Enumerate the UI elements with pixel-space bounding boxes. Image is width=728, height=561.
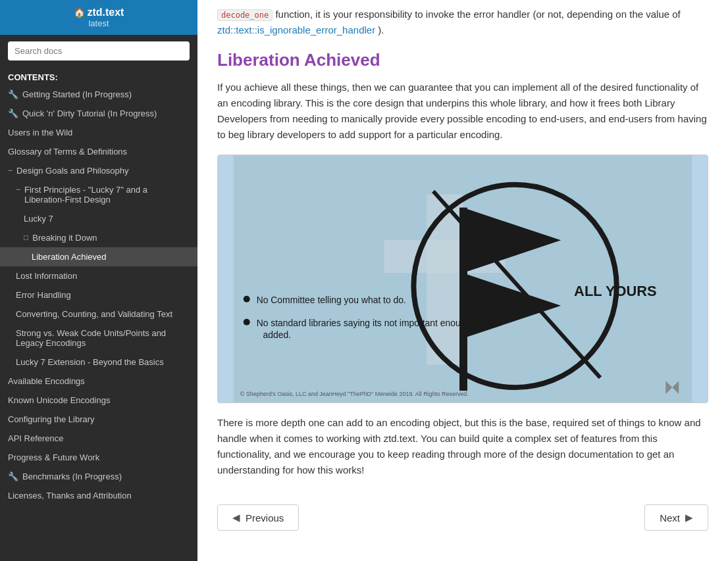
nav-item-label: Lucky 7 bbox=[24, 214, 53, 224]
sidebar-item-configuring-library[interactable]: Configuring the Library bbox=[0, 410, 197, 429]
error-handler-link[interactable]: ztd::text::is_ignorable_error_handler bbox=[217, 24, 375, 36]
closing-paren: ). bbox=[378, 24, 384, 36]
nav-item-label: Breaking it Down bbox=[32, 233, 97, 243]
sidebar-item-glossary[interactable]: Glossary of Terms & Definitions bbox=[0, 142, 197, 161]
nav-item-label: First Principles - "Lucky 7" and a Liber… bbox=[24, 185, 190, 205]
search-container bbox=[0, 35, 197, 67]
prev-label: Previous bbox=[246, 512, 284, 524]
nav-item-label: Quick 'n' Dirty Tutorial (In Progress) bbox=[22, 109, 157, 118]
sidebar-item-getting-started[interactable]: 🔧 Getting Started (In Progress) bbox=[0, 85, 197, 104]
sidebar-item-lucky-7[interactable]: Lucky 7 bbox=[0, 209, 197, 228]
liberation-image: ALL YOURS No Committee telling you what … bbox=[217, 155, 708, 403]
nav-item-label: Available Encodings bbox=[8, 376, 85, 386]
sidebar-item-error-handling[interactable]: Error Handling bbox=[0, 285, 197, 305]
previous-button[interactable]: ◀ Previous bbox=[217, 504, 299, 531]
nav-item-label: Users in the Wild bbox=[8, 128, 72, 137]
svg-point-9 bbox=[244, 296, 250, 303]
arrow-left-icon: ◀ bbox=[232, 512, 240, 524]
nav-item-label: Glossary of Terms & Definitions bbox=[8, 147, 127, 157]
nav-item-label: Getting Started (In Progress) bbox=[22, 89, 132, 99]
section-heading: Liberation Achieved bbox=[217, 50, 708, 70]
nav-footer: ◀ Previous Next ▶ bbox=[217, 498, 708, 531]
next-button[interactable]: Next ▶ bbox=[644, 504, 708, 531]
sidebar-item-strong-weak[interactable]: Strong vs. Weak Code Units/Points and Le… bbox=[0, 324, 197, 353]
sidebar-item-first-principles[interactable]: − First Principles - "Lucky 7" and a Lib… bbox=[0, 180, 197, 209]
svg-text:No standard libraries saying i: No standard libraries saying its not imp… bbox=[257, 318, 494, 328]
sidebar-subtitle: latest bbox=[8, 18, 190, 28]
main-content: decode_one function, it is your responsi… bbox=[197, 0, 728, 561]
wrench-icon: 🔧 bbox=[8, 109, 18, 118]
nav-item-label: Lucky 7 Extension - Beyond the Basics bbox=[16, 357, 164, 367]
nav-item-label: Design Goals and Philosophy bbox=[16, 166, 129, 176]
nav-item-label: Configuring the Library bbox=[8, 414, 95, 424]
content-top: decode_one function, it is your responsi… bbox=[217, 0, 708, 531]
sidebar-item-benchmarks[interactable]: 🔧 Benchmarks (In Progress) bbox=[0, 467, 197, 486]
sidebar-item-known-unicode[interactable]: Known Unicode Encodings bbox=[0, 391, 197, 410]
sidebar-item-quick-tutorial[interactable]: 🔧 Quick 'n' Dirty Tutorial (In Progress) bbox=[0, 104, 197, 123]
svg-text:No Committee telling you what : No Committee telling you what to do. bbox=[257, 295, 406, 305]
arrow-right-icon: ▶ bbox=[685, 512, 693, 524]
toggle-open-icon: − bbox=[16, 185, 20, 194]
sidebar-item-breaking-down[interactable]: □ Breaking it Down bbox=[0, 228, 197, 247]
sidebar-item-available-encodings[interactable]: Available Encodings bbox=[0, 372, 197, 391]
nav-item-label: Strong vs. Weak Code Units/Points and Le… bbox=[16, 328, 190, 348]
intro-paragraph: decode_one function, it is your responsi… bbox=[217, 7, 708, 38]
wrench-icon: 🔧 bbox=[8, 472, 18, 481]
toggle-closed-icon: □ bbox=[24, 233, 28, 242]
svg-rect-6 bbox=[459, 208, 467, 391]
nav-item-label: Benchmarks (In Progress) bbox=[22, 472, 122, 481]
para1: If you achieve all these things, then we… bbox=[217, 80, 708, 143]
liberation-svg: ALL YOURS No Committee telling you what … bbox=[218, 155, 708, 402]
sidebar-title: ztd.text bbox=[87, 7, 124, 18]
search-input[interactable] bbox=[8, 41, 190, 61]
para2: There is more depth one can add to an en… bbox=[217, 415, 708, 478]
sidebar-item-api-reference[interactable]: API Reference bbox=[0, 429, 197, 448]
sidebar-item-licenses[interactable]: Licenses, Thanks and Attribution bbox=[0, 486, 197, 505]
decode-one-code: decode_one bbox=[217, 9, 273, 21]
sidebar-item-design-goals[interactable]: − Design Goals and Philosophy bbox=[0, 161, 197, 180]
nav-item-label: Converting, Counting, and Validating Tex… bbox=[16, 309, 172, 319]
nav-item-label: API Reference bbox=[8, 433, 64, 443]
nav-item-label: Lost Information bbox=[16, 271, 77, 281]
sidebar-header: 🏠 ztd.text latest bbox=[0, 0, 197, 35]
nav-list: 🔧 Getting Started (In Progress)🔧 Quick '… bbox=[0, 85, 197, 505]
sidebar-item-lucky-extension[interactable]: Lucky 7 Extension - Beyond the Basics bbox=[0, 353, 197, 372]
nav-item-label: Known Unicode Encodings bbox=[8, 395, 110, 405]
intro-text: function, it is your responsibility to i… bbox=[275, 9, 680, 20]
svg-text:added.: added. bbox=[263, 329, 292, 340]
toggle-open-icon: − bbox=[8, 166, 13, 175]
sidebar-item-converting-counting[interactable]: Converting, Counting, and Validating Tex… bbox=[0, 305, 197, 324]
sidebar-item-lost-information[interactable]: Lost Information bbox=[0, 266, 197, 285]
home-icon: 🏠 ztd.text bbox=[8, 7, 190, 18]
nav-item-label: Licenses, Thanks and Attribution bbox=[8, 491, 132, 500]
svg-text:© Shepherd's Oasis, LLC and Je: © Shepherd's Oasis, LLC and JeanHeyd "Th… bbox=[240, 391, 469, 397]
nav-item-label: Error Handling bbox=[16, 290, 71, 300]
nav-item-label: Progress & Future Work bbox=[8, 452, 99, 462]
wrench-icon: 🔧 bbox=[8, 89, 18, 99]
svg-point-11 bbox=[244, 319, 250, 326]
nav-item-label: Liberation Achieved bbox=[32, 252, 106, 262]
sidebar: 🏠 ztd.text latest CONTENTS: 🔧 Getting St… bbox=[0, 0, 197, 561]
sidebar-item-liberation-achieved[interactable]: Liberation Achieved bbox=[0, 247, 197, 266]
svg-text:ALL YOURS: ALL YOURS bbox=[574, 283, 657, 299]
contents-label: CONTENTS: bbox=[0, 67, 197, 85]
next-label: Next bbox=[660, 512, 680, 524]
sidebar-item-users-wild[interactable]: Users in the Wild bbox=[0, 123, 197, 142]
sidebar-item-progress-future[interactable]: Progress & Future Work bbox=[0, 448, 197, 467]
